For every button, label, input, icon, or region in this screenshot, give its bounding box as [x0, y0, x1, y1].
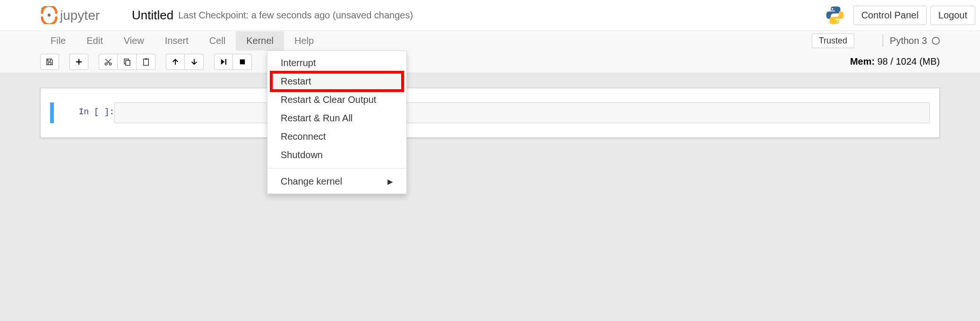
save-button[interactable]	[40, 54, 59, 70]
run-button[interactable]	[214, 54, 233, 70]
save-icon	[45, 58, 54, 66]
kernel-status-icon	[932, 37, 940, 45]
dd-divider	[267, 168, 406, 169]
clipboard-icon	[142, 58, 150, 66]
step-forward-icon	[219, 58, 228, 66]
dd-restart-run[interactable]: Restart & Run All	[267, 109, 406, 127]
arrow-down-icon	[190, 58, 198, 66]
logout-button[interactable]: Logout	[930, 6, 975, 25]
divider	[883, 34, 883, 47]
python-icon	[825, 5, 845, 25]
mem-value: 98 / 1024 (MB)	[875, 56, 940, 67]
cell-selection-marker	[50, 102, 54, 123]
menubar-container: File Edit View Insert Cell Kernel Help T…	[0, 31, 980, 74]
memory-indicator: Mem: 98 / 1024 (MB)	[850, 56, 940, 67]
scissors-icon	[104, 58, 112, 66]
move-group	[166, 54, 204, 70]
notebook: In [ ]:	[40, 88, 940, 138]
svg-point-0	[48, 14, 51, 17]
copy-icon	[123, 58, 131, 66]
notebook-area: In [ ]:	[0, 74, 980, 152]
move-up-button[interactable]	[166, 54, 185, 70]
jupyter-logo-icon: jupyter	[40, 6, 116, 24]
menu-insert[interactable]: Insert	[155, 31, 199, 51]
header: jupyter Untitled Last Checkpoint: a few …	[0, 0, 980, 31]
kernel-dropdown: Interrupt Restart Restart & Clear Output…	[267, 51, 407, 194]
menu-view[interactable]: View	[113, 31, 155, 51]
mem-label: Mem:	[850, 56, 875, 67]
menu-edit[interactable]: Edit	[76, 31, 113, 51]
paste-button[interactable]	[137, 54, 155, 70]
plus-icon	[75, 58, 83, 66]
checkpoint-text: Last Checkpoint: a few seconds ago (unsa…	[178, 10, 413, 21]
menu-cell[interactable]: Cell	[199, 31, 236, 51]
code-cell[interactable]: In [ ]:	[50, 102, 930, 123]
dd-change-kernel-label: Change kernel	[281, 176, 342, 187]
kernel-name-label: Python 3	[890, 35, 927, 46]
kernel-indicator[interactable]: Python 3	[883, 34, 940, 47]
notebook-title[interactable]: Untitled	[132, 8, 173, 23]
edit-group	[99, 54, 155, 70]
jupyter-logo[interactable]: jupyter	[40, 6, 116, 24]
dd-interrupt[interactable]: Interrupt	[267, 54, 406, 72]
dd-restart-clear[interactable]: Restart & Clear Output	[267, 91, 406, 109]
control-panel-button[interactable]: Control Panel	[853, 6, 927, 25]
cut-button[interactable]	[99, 54, 118, 70]
menu-file[interactable]: File	[40, 31, 76, 51]
trusted-indicator[interactable]: Trusted	[812, 34, 854, 48]
svg-rect-10	[240, 59, 245, 64]
toolbar: Mem: 98 / 1024 (MB)	[0, 51, 980, 73]
dd-reconnect[interactable]: Reconnect	[267, 127, 406, 146]
menu-kernel[interactable]: Kernel	[236, 31, 284, 51]
svg-text:jupyter: jupyter	[60, 8, 100, 23]
stop-icon	[238, 58, 247, 66]
interrupt-button[interactable]	[233, 54, 252, 70]
dd-shutdown[interactable]: Shutdown	[267, 146, 406, 164]
move-down-button[interactable]	[185, 54, 204, 70]
cell-prompt: In [ ]:	[58, 102, 114, 123]
cell-input[interactable]	[114, 102, 930, 123]
caret-right-icon: ▶	[387, 177, 393, 186]
menubar: File Edit View Insert Cell Kernel Help T…	[0, 31, 980, 51]
dd-restart[interactable]: Restart	[270, 71, 404, 92]
svg-rect-8	[143, 59, 148, 66]
copy-button[interactable]	[118, 54, 137, 70]
dd-change-kernel[interactable]: Change kernel ▶	[267, 172, 406, 191]
menu-help[interactable]: Help	[284, 31, 324, 51]
run-group	[214, 54, 252, 70]
svg-rect-9	[145, 58, 147, 59]
arrow-up-icon	[171, 58, 180, 66]
insert-cell-button[interactable]	[69, 54, 88, 70]
svg-rect-7	[126, 60, 130, 66]
